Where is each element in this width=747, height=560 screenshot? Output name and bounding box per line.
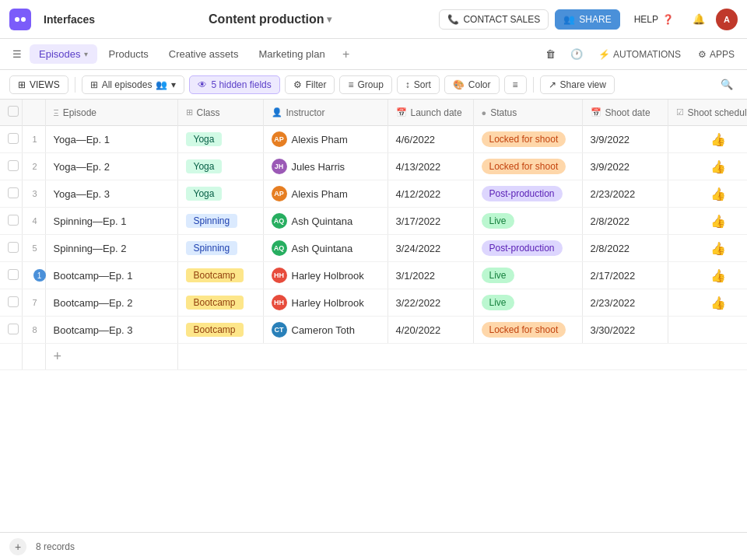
- thumbs-up-icon: 👍: [710, 242, 726, 255]
- row-shoot-scheduled: [668, 317, 747, 344]
- class-badge: Yoga: [186, 159, 223, 173]
- row-launch-date: 3/17/2022: [388, 208, 473, 235]
- header-status[interactable]: ● Status: [473, 100, 582, 126]
- tab-products-label: Products: [108, 48, 148, 60]
- notifications-button[interactable]: 🔔: [688, 9, 710, 30]
- share-button[interactable]: 👥 SHARE: [555, 9, 619, 30]
- tab-creative-assets[interactable]: Creative assets: [160, 44, 248, 64]
- row-checkbox-cell: [0, 262, 22, 289]
- separator-2: [533, 77, 534, 93]
- tab-dropdown-icon: ▾: [84, 50, 88, 58]
- add-record-button[interactable]: +: [9, 538, 26, 555]
- tab-episodes[interactable]: Episodes ▾: [30, 44, 97, 64]
- automations-button[interactable]: ⚡ AUTOMATIONS: [592, 46, 687, 63]
- row-episode: Yoga—Ep. 3: [45, 180, 177, 208]
- launch-col-icon: 📅: [396, 107, 407, 117]
- phone-icon: 📞: [447, 14, 459, 25]
- row-checkbox[interactable]: [8, 296, 19, 307]
- row-shoot-date: 3/9/2022: [582, 126, 668, 153]
- all-episodes-button[interactable]: ⊞ All episodes 👥 ▾: [82, 75, 185, 94]
- share-view-button[interactable]: ↗ Share view: [540, 75, 615, 94]
- filter-button[interactable]: ⚙ Filter: [285, 75, 335, 94]
- row-launch-date: 4/20/2022: [388, 317, 473, 344]
- delete-button[interactable]: 🗑: [539, 44, 561, 65]
- add-row[interactable]: +: [0, 344, 747, 370]
- class-badge: Yoga: [186, 187, 223, 201]
- row-launch-date: 4/13/2022: [388, 153, 473, 180]
- tab-marketing-plan[interactable]: Marketing plan: [249, 44, 334, 64]
- row-checkbox[interactable]: [8, 187, 19, 198]
- row-checkbox[interactable]: [8, 269, 19, 280]
- row-class: Yoga: [177, 126, 263, 153]
- color-button[interactable]: 🎨 Color: [444, 75, 500, 94]
- help-button[interactable]: HELP ❓: [626, 10, 682, 29]
- table-row[interactable]: 1Yoga—Ep. 1YogaAP Alexis Pham4/6/2022Loc…: [0, 126, 747, 153]
- row-checkbox[interactable]: [8, 324, 19, 334]
- contact-sales-button[interactable]: 📞 CONTACT SALES: [439, 9, 549, 30]
- instructor-avatar: AQ: [272, 240, 287, 256]
- table-row[interactable]: 2Yoga—Ep. 2YogaJH Jules Harris4/13/2022L…: [0, 153, 747, 180]
- header-shoot-scheduled[interactable]: ☑ Shoot scheduled: [668, 100, 747, 126]
- table-row[interactable]: 7Bootcamp—Ep. 2BootcampHH Harley Holbroo…: [0, 289, 747, 317]
- row-checkbox[interactable]: [8, 242, 19, 253]
- header-checkbox[interactable]: [0, 100, 22, 126]
- row-episode: Yoga—Ep. 1: [45, 126, 177, 153]
- shoot-sched-col-icon: ☑: [676, 107, 684, 117]
- project-title[interactable]: Content production ▾: [209, 12, 331, 26]
- row-checkbox[interactable]: [8, 215, 19, 226]
- row-shoot-date: 2/8/2022: [582, 235, 668, 262]
- app-logo[interactable]: [9, 9, 31, 30]
- row-shoot-scheduled: 👍: [668, 289, 747, 317]
- table-row[interactable]: 3Yoga—Ep. 3YogaAP Alexis Pham4/12/2022Po…: [0, 180, 747, 208]
- instructor-avatar: HH: [272, 268, 287, 283]
- group-button[interactable]: ≡ Group: [339, 75, 391, 94]
- row-instructor: HH Harley Holbrook: [263, 262, 388, 289]
- row-shoot-scheduled: 👍: [668, 180, 747, 208]
- group-icon: ≡: [348, 79, 353, 90]
- instructor-col-icon: 👤: [272, 107, 282, 117]
- search-button[interactable]: 🔍: [716, 74, 738, 96]
- row-status: Locked for shoot: [473, 317, 582, 344]
- row-status: Post-production: [473, 180, 582, 208]
- hidden-icon: 👁: [198, 79, 207, 90]
- row-class: Yoga: [177, 180, 263, 208]
- views-button[interactable]: ⊞ VIEWS: [9, 75, 68, 94]
- table-row[interactable]: 5Spinning—Ep. 2SpinningAQ Ash Quintana3/…: [0, 235, 747, 262]
- row-episode: Spinning—Ep. 1: [45, 208, 177, 235]
- user-avatar[interactable]: A: [716, 9, 738, 30]
- table-row[interactable]: 1Bootcamp—Ep. 1BootcampHH Harley Holbroo…: [0, 262, 747, 289]
- tab-products[interactable]: Products: [99, 44, 157, 64]
- menu-button[interactable]: ☰: [6, 44, 28, 65]
- status-badge: Locked for shoot: [482, 131, 566, 147]
- row-checkbox[interactable]: [8, 160, 19, 171]
- history-button[interactable]: 🕐: [566, 44, 587, 65]
- sort-button[interactable]: ↕ Sort: [397, 75, 440, 94]
- header-class[interactable]: ⊞ Class: [177, 100, 263, 126]
- status-badge: Locked for shoot: [482, 159, 566, 174]
- header-instructor[interactable]: 👤 Instructor: [263, 100, 388, 126]
- row-checkbox[interactable]: [8, 133, 19, 144]
- sort-icon: ↕: [405, 79, 410, 90]
- row-instructor: AQ Ash Quintana: [263, 208, 388, 235]
- table-row[interactable]: 4Spinning—Ep. 1SpinningAQ Ash Quintana3/…: [0, 208, 747, 235]
- add-row-button[interactable]: +: [45, 344, 177, 370]
- row-height-button[interactable]: ≡: [504, 75, 527, 94]
- instructor-avatar: HH: [272, 295, 287, 310]
- hidden-fields-button[interactable]: 👁 5 hidden fields: [189, 75, 279, 94]
- row-launch-date: 4/6/2022: [388, 126, 473, 153]
- row-instructor: JH Jules Harris: [263, 153, 388, 180]
- header-episode[interactable]: Ξ Episode: [45, 100, 177, 126]
- table-row[interactable]: 8Bootcamp—Ep. 3BootcampCT Cameron Toth4/…: [0, 317, 747, 344]
- header-shoot-date[interactable]: 📅 Shoot date: [582, 100, 668, 126]
- add-tab-button[interactable]: +: [336, 44, 356, 65]
- filter-icon: ⚙: [293, 79, 302, 90]
- record-count: 8 records: [36, 541, 75, 552]
- select-all-checkbox[interactable]: [8, 106, 19, 117]
- thumbs-up-icon: 👍: [710, 296, 726, 310]
- row-shoot-scheduled: 👍: [668, 262, 747, 289]
- apps-button[interactable]: ⚙ APPS: [692, 46, 741, 63]
- row-checkbox-cell: [0, 126, 22, 153]
- row-number: 8: [22, 317, 45, 344]
- header-launch-date[interactable]: 📅 Launch date: [388, 100, 473, 126]
- instructor-name: Ash Quintana: [292, 243, 353, 254]
